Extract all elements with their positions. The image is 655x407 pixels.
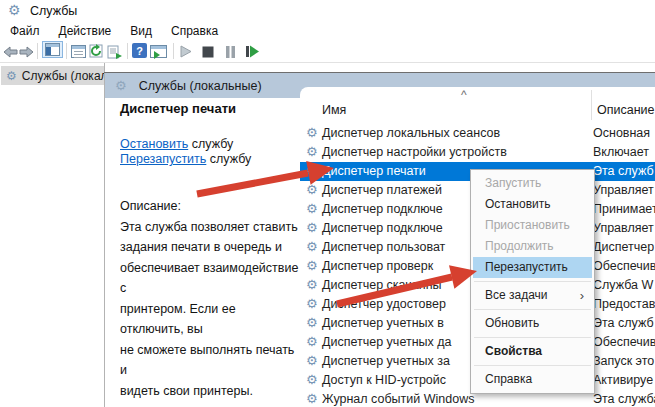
service-name: Диспетчер пользоват [322, 240, 445, 254]
service-gear-icon: ⚙ [306, 373, 318, 387]
service-name: Журнал событий Windows [322, 392, 474, 406]
forward-icon[interactable] [19, 43, 34, 60]
service-gear-icon: ⚙ [306, 221, 318, 235]
service-name: Диспетчер печати [322, 164, 426, 178]
service-gear-icon: ⚙ [306, 259, 318, 273]
service-name: Диспетчер настройки устройств [322, 145, 507, 159]
column-header-description[interactable]: Описание [597, 103, 655, 117]
menu-item-остановить[interactable]: Остановить [473, 194, 592, 215]
toolbar-separator [37, 43, 38, 59]
service-gear-icon: ⚙ [306, 354, 318, 368]
service-name: Диспетчер учетных за [322, 354, 450, 368]
menu-separator [474, 281, 591, 282]
service-desc: Эта служб [593, 164, 654, 178]
service-gear-icon: ⚙ [306, 392, 318, 406]
service-name: Диспетчер подключе [322, 221, 443, 235]
restart-service-suffix: службу [206, 152, 251, 166]
service-desc: Обеспечив [593, 259, 655, 273]
menu-help[interactable]: Справка [171, 24, 218, 38]
refresh-icon[interactable] [89, 43, 104, 60]
menu-item-перезапустить[interactable]: Перезапустить [473, 257, 592, 278]
stop-service-icon[interactable] [202, 43, 214, 60]
column-header-name[interactable]: Имя [322, 103, 346, 117]
service-row[interactable]: ⚙Диспетчер настройки устройствВключает [300, 143, 655, 162]
service-name: Диспетчер подключе [322, 202, 443, 216]
menu-file[interactable]: Файл [10, 24, 40, 38]
menu-item-свойства[interactable]: Свойства [473, 341, 592, 362]
service-gear-icon: ⚙ [306, 335, 318, 349]
service-desc: Принимает [593, 202, 655, 216]
show-action-pane-icon[interactable] [150, 43, 167, 60]
service-gear-icon: ⚙ [306, 145, 318, 159]
selected-service-title: Диспетчер печати [120, 101, 236, 116]
service-desc: Управляет [593, 221, 654, 235]
service-desc: Служба W [593, 278, 653, 292]
service-desc: Основная [593, 126, 650, 140]
menu-item-обновить[interactable]: Обновить [473, 313, 592, 334]
service-name: Диспетчер учетных да [322, 335, 452, 349]
start-service-icon[interactable] [180, 43, 192, 60]
service-gear-icon: ⚙ [306, 202, 318, 216]
service-name: Диспетчер удостовер [322, 297, 446, 311]
sort-ascending-icon: ^ [461, 88, 467, 102]
menu-action[interactable]: Действие [59, 24, 112, 38]
show-console-tree-icon[interactable] [42, 41, 63, 58]
restart-service-link[interactable]: Перезапустить [120, 152, 206, 166]
service-gear-icon: ⚙ [306, 297, 318, 311]
menu-item-продолжить: Продолжить [473, 236, 592, 257]
properties-icon[interactable] [71, 43, 86, 60]
service-gear-icon: ⚙ [306, 183, 318, 197]
console-tree-pane [0, 63, 104, 407]
submenu-arrow-icon: › [580, 285, 584, 306]
service-desc: Активируе [593, 373, 653, 387]
services-gear-icon: ⚙ [6, 69, 17, 83]
service-row[interactable]: ⚙Диспетчер локальных сеансовОсновная [300, 124, 655, 143]
service-desc: Запуск это [593, 354, 654, 368]
toolbar-separator [66, 43, 67, 59]
title-bar: ⚙ Службы [0, 0, 655, 22]
window-title: Службы [30, 4, 77, 18]
toolbar-separator [127, 43, 128, 59]
back-icon[interactable] [3, 43, 18, 60]
service-gear-icon: ⚙ [306, 278, 318, 292]
help-icon[interactable]: ? [132, 43, 147, 58]
menu-item-все задачи[interactable]: Все задачи› [473, 285, 592, 306]
menu-separator [474, 337, 591, 338]
services-gear-icon: ⚙ [8, 2, 21, 18]
service-gear-icon: ⚙ [306, 240, 318, 254]
stop-service-link[interactable]: Остановить [120, 137, 188, 151]
menu-item-справка[interactable]: Справка [473, 369, 592, 390]
services-gear-icon: ⚙ [115, 78, 127, 93]
sidebar-item-services-local[interactable]: ⚙ Службы (локальные) [1, 66, 104, 85]
service-name: Диспетчер учетных в [322, 316, 444, 330]
service-desc: Эта служб [593, 316, 654, 330]
service-desc: Эта служба [593, 392, 655, 406]
stop-service-suffix: службу [188, 137, 233, 151]
column-separator[interactable] [591, 90, 592, 120]
service-desc: Обеспечив [593, 335, 655, 349]
service-gear-icon: ⚙ [306, 126, 318, 140]
toolbar: ? [0, 40, 655, 63]
export-list-icon[interactable] [107, 43, 123, 60]
service-name: Доступ к HID-устройс [322, 373, 446, 387]
stop-service-line: Остановить службу [120, 137, 233, 151]
menu-separator [474, 309, 591, 310]
service-desc: Включает [593, 145, 649, 159]
menu-item-запустить: Запустить [473, 173, 592, 194]
service-name: Диспетчер проверк [322, 259, 433, 273]
pause-service-icon[interactable] [225, 43, 236, 60]
service-desc: Диспетчер [593, 240, 654, 254]
context-menu: ЗапуститьОстановитьПриостановитьПродолжи… [470, 169, 595, 394]
service-name: Диспетчер локальных сеансов [322, 126, 500, 140]
restart-service-icon[interactable] [245, 43, 260, 60]
menu-view[interactable]: Вид [130, 24, 152, 38]
service-gear-icon: ⚙ [306, 316, 318, 330]
restart-service-line: Перезапустить службу [120, 152, 251, 166]
menu-separator [474, 365, 591, 366]
menu-bar: Файл Действие Вид Справка [0, 22, 655, 40]
service-desc: Предостав [593, 297, 655, 311]
sidebar-item-label: Службы (локальные) [22, 69, 104, 83]
service-name: Диспетчер скачанны [322, 278, 442, 292]
toolbar-separator [173, 43, 174, 59]
service-desc: Управляет [593, 183, 654, 197]
